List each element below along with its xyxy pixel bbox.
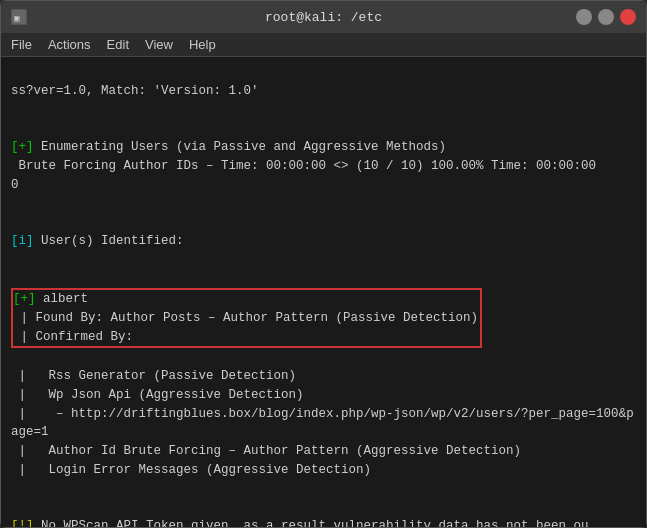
window-title: root@kali: /etc [265, 10, 382, 25]
maximize-button[interactable] [598, 9, 614, 25]
terminal-window: ▣ root@kali: /etc File Actions Edit View… [0, 0, 647, 528]
menu-help[interactable]: Help [189, 37, 216, 52]
title-bar: ▣ root@kali: /etc [1, 1, 646, 33]
minimize-button[interactable] [576, 9, 592, 25]
line-albert: [+] albert | Found By: Author Posts – Au… [11, 288, 482, 348]
line-no-token: [!] No WPScan API Token given, as a resu… [11, 519, 589, 527]
menu-actions[interactable]: Actions [48, 37, 91, 52]
svg-text:▣: ▣ [14, 13, 20, 23]
title-bar-left: ▣ [11, 9, 27, 25]
menu-edit[interactable]: Edit [107, 37, 129, 52]
menu-file[interactable]: File [11, 37, 32, 52]
window-controls [576, 9, 636, 25]
terminal-icon: ▣ [11, 9, 27, 25]
terminal-body[interactable]: ss?ver=1.0, Match: 'Version: 1.0' [+] En… [1, 57, 646, 527]
line-identified: [i] User(s) Identified: [11, 234, 184, 248]
menu-bar: File Actions Edit View Help [1, 33, 646, 57]
menu-view[interactable]: View [145, 37, 173, 52]
close-button[interactable] [620, 9, 636, 25]
line-enum: [+] Enumerating Users (via Passive and A… [11, 140, 596, 192]
line-rss: | Rss Generator (Passive Detection) | Wp… [11, 369, 634, 477]
line-version: ss?ver=1.0, Match: 'Version: 1.0' [11, 84, 259, 98]
